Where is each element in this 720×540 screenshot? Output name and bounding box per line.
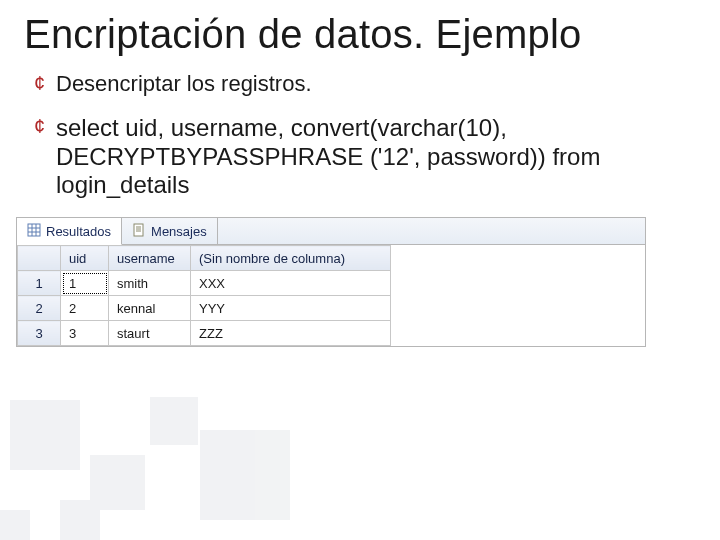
results-panel: Resultados Mensajes uid username xyxy=(16,217,646,347)
col-header-username[interactable]: username xyxy=(109,246,191,271)
grid-header-row: uid username (Sin nombre de columna) xyxy=(18,246,391,271)
row-header[interactable]: 3 xyxy=(18,321,61,346)
grid-corner xyxy=(18,246,61,271)
cell-uid[interactable]: 3 xyxy=(61,321,109,346)
bullet-marker-icon: ¢ xyxy=(34,114,56,139)
results-grid[interactable]: uid username (Sin nombre de columna) 1 1… xyxy=(17,245,391,346)
row-header[interactable]: 2 xyxy=(18,296,61,321)
cell-col3[interactable]: XXX xyxy=(191,271,391,296)
col-header-col3[interactable]: (Sin nombre de columna) xyxy=(191,246,391,271)
table-row[interactable]: 1 1 smith XXX xyxy=(18,271,391,296)
row-header[interactable]: 1 xyxy=(18,271,61,296)
page-icon xyxy=(132,223,146,240)
svg-rect-0 xyxy=(28,224,40,236)
bullet-1: ¢ Desencriptar los registros. xyxy=(34,71,686,96)
bullet-2: ¢ select uid, username, convert(varchar(… xyxy=(34,114,686,199)
tab-results[interactable]: Resultados xyxy=(17,218,122,245)
col-header-uid[interactable]: uid xyxy=(61,246,109,271)
bullet-marker-icon: ¢ xyxy=(34,71,56,96)
tab-messages-label: Mensajes xyxy=(151,224,207,239)
table-row[interactable]: 2 2 kennal YYY xyxy=(18,296,391,321)
svg-rect-5 xyxy=(134,224,143,236)
cell-col3[interactable]: YYY xyxy=(191,296,391,321)
tab-results-label: Resultados xyxy=(46,224,111,239)
cell-username[interactable]: kennal xyxy=(109,296,191,321)
cell-username[interactable]: staurt xyxy=(109,321,191,346)
cell-username[interactable]: smith xyxy=(109,271,191,296)
table-row[interactable]: 3 3 staurt ZZZ xyxy=(18,321,391,346)
grid-icon xyxy=(27,223,41,240)
bullet-1-text: Desencriptar los registros. xyxy=(56,71,312,96)
decorative-background xyxy=(0,340,320,540)
cell-col3[interactable]: ZZZ xyxy=(191,321,391,346)
results-tabstrip: Resultados Mensajes xyxy=(17,218,645,245)
bullet-2-text: select uid, username, convert(varchar(10… xyxy=(56,114,686,199)
cell-uid[interactable]: 1 xyxy=(61,271,109,296)
tab-messages[interactable]: Mensajes xyxy=(122,218,218,244)
cell-uid[interactable]: 2 xyxy=(61,296,109,321)
slide-title: Encriptación de datos. Ejemplo xyxy=(0,0,720,65)
